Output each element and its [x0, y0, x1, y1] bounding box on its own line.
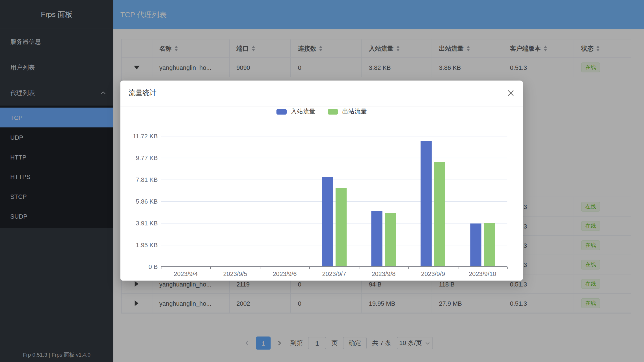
x-axis-tick-label: 2023/9/6	[260, 270, 309, 277]
x-axis-tick	[161, 267, 161, 269]
gridline	[161, 223, 507, 223]
x-axis-tick-label: 2023/9/9	[409, 270, 458, 277]
gridline	[161, 201, 507, 202]
y-axis-tick-label: 1.95 KB	[109, 242, 158, 249]
gridline	[161, 245, 507, 245]
frps-dashboard: Frps 面板 服务器信息用户列表代理列表TCPUDPHTTPHTTPSSTCP…	[0, 0, 644, 362]
x-axis-tick-label: 2023/9/7	[310, 270, 359, 277]
chart-legend: 入站流量出站流量	[120, 108, 523, 116]
legend-label: 出站流量	[342, 108, 367, 116]
bar-outbound	[385, 213, 396, 266]
y-axis-tick-label: 7.81 KB	[109, 176, 158, 183]
legend-item-inbound[interactable]: 入站流量	[276, 108, 315, 116]
bar-inbound	[421, 141, 432, 266]
x-axis-tick	[458, 267, 458, 269]
bar-inbound	[470, 224, 481, 266]
gridline	[161, 180, 507, 180]
x-axis-tick	[408, 267, 409, 269]
x-axis-tick-label: 2023/9/4	[161, 270, 210, 277]
gridline	[161, 136, 507, 136]
bar-inbound	[371, 211, 382, 266]
close-button[interactable]	[506, 89, 515, 97]
y-axis-tick-label: 11.72 KB	[109, 133, 158, 140]
gridline	[161, 158, 507, 158]
x-axis-tick	[309, 267, 310, 269]
x-axis-tick-label: 2023/9/10	[458, 270, 507, 277]
bar-outbound	[335, 188, 346, 266]
bar-outbound	[484, 223, 495, 266]
x-axis-tick	[210, 267, 211, 269]
legend-swatch-icon	[328, 109, 338, 114]
x-axis-tick	[507, 267, 507, 269]
bar-inbound	[322, 177, 333, 266]
y-axis-tick-label: 5.86 KB	[109, 198, 158, 205]
x-axis-tick-label: 2023/9/8	[359, 270, 408, 277]
y-axis-tick-label: 9.77 KB	[109, 154, 158, 161]
y-axis-tick-label: 3.91 KB	[109, 220, 158, 227]
modal-title: 流量统计	[129, 88, 157, 97]
traffic-stats-modal: 流量统计 入站流量出站流量 0 B1.95 KB3.91 KB5.86 KB7.…	[120, 81, 523, 281]
x-axis-tick	[260, 267, 260, 269]
legend-swatch-icon	[276, 109, 287, 114]
x-axis-line	[161, 266, 507, 266]
legend-item-outbound[interactable]: 出站流量	[328, 108, 367, 116]
x-axis-tick	[359, 267, 359, 269]
close-icon	[507, 89, 514, 96]
x-axis-tick-label: 2023/9/5	[211, 270, 260, 277]
modal-header-divider	[120, 106, 523, 106]
bar-outbound	[434, 162, 445, 266]
y-axis-tick-label: 0 B	[109, 263, 158, 270]
legend-label: 入站流量	[291, 108, 315, 116]
traffic-bar-chart	[161, 136, 507, 267]
